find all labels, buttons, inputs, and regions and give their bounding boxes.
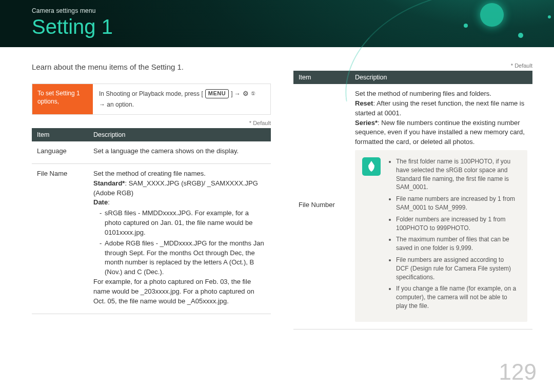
list-item: Adobe RGB files - _MDDxxxx.JPG for the m…	[100, 239, 266, 277]
cell-item: File Name	[32, 163, 88, 314]
gear-icon: ⚙	[243, 89, 249, 98]
decorative-dot	[518, 33, 523, 38]
option-text: :	[108, 198, 110, 206]
table-row: Language Set a language the camera shows…	[32, 141, 271, 163]
desc-line: Set the method of numbering files and fo…	[355, 89, 527, 99]
desc-line: Series*: New file numbers continue the e…	[355, 118, 527, 148]
settings-table-right: Item Description File Number Set the met…	[293, 71, 532, 329]
desc-line: Set the method of creating file names.	[93, 169, 266, 179]
intro-text: Learn about the menu items of the Settin…	[32, 63, 271, 71]
default-footnote: * Default	[293, 63, 532, 69]
list-item: Folder numbers are increased by 1 from 1…	[396, 215, 518, 233]
decorative-dot	[464, 24, 468, 28]
table-row: File Number Set the method of numbering …	[293, 84, 532, 329]
option-name: Standard*	[93, 179, 125, 187]
option-text: : After using the reset function, the ne…	[355, 99, 524, 117]
option-name: Reset	[355, 99, 373, 107]
instruction-text: ] →	[231, 90, 241, 98]
col-header-item: Item	[32, 128, 88, 141]
desc-line: Date:	[93, 198, 266, 208]
header-banner: Camera settings menu Setting 1	[0, 0, 554, 47]
option-text: : New file numbers continue the existing…	[355, 119, 525, 146]
right-column: * Default Item Description File Number S…	[293, 63, 532, 329]
option-name: Series*	[355, 119, 378, 127]
content-area: Learn about the menu items of the Settin…	[0, 47, 554, 329]
gear-sub: ①	[251, 90, 255, 97]
instruction-text: In Shooting or Playback mode, press [	[99, 90, 203, 98]
instruction-label: To set Setting 1 options,	[32, 84, 93, 114]
cell-description: Set the method of numbering files and fo…	[350, 84, 532, 329]
list-item: sRGB files - MMDDxxxx.JPG. For example, …	[100, 209, 266, 238]
decorative-dot	[480, 3, 504, 27]
desc-line: Standard*: SAM_XXXX.JPG (sRGB)/ _SAMXXXX…	[93, 179, 266, 198]
page-number: 129	[499, 359, 537, 385]
col-header-item: Item	[293, 71, 350, 84]
note-list: The first folder name is 100PHOTO, if yo…	[388, 157, 518, 314]
page: Camera settings menu Setting 1 Learn abo…	[0, 0, 554, 392]
left-column: Learn about the menu items of the Settin…	[32, 63, 271, 329]
list-item: File numbers are assigned according to D…	[396, 256, 518, 281]
instruction-text: → an option.	[99, 100, 134, 109]
table-row: File Name Set the method of creating fil…	[32, 163, 271, 314]
instruction-box: To set Setting 1 options, In Shooting or…	[32, 84, 271, 115]
breadcrumb: Camera settings menu	[32, 7, 554, 14]
list-item: If you change a file name (for example, …	[396, 284, 518, 310]
list-item: The maximum number of files that can be …	[396, 235, 518, 253]
desc-line: Reset: After using the reset function, t…	[355, 99, 527, 118]
desc-line: For example, for a photo captured on Feb…	[93, 277, 266, 306]
list-item: File name numbers are increased by 1 fro…	[396, 195, 518, 212]
col-header-description: Description	[350, 71, 532, 84]
bullet-list: sRGB files - MMDDxxxx.JPG. For example, …	[93, 209, 266, 277]
cell-item: Language	[32, 141, 88, 163]
instruction-body: In Shooting or Playback mode, press [ ME…	[93, 84, 270, 114]
menu-button-icon: MENU	[205, 89, 229, 98]
settings-table-left: Item Description Language Set a language…	[32, 128, 271, 314]
option-name: Date	[93, 198, 108, 206]
list-item: The first folder name is 100PHOTO, if yo…	[396, 157, 518, 192]
note-box: The first folder name is 100PHOTO, if yo…	[355, 150, 527, 322]
decorative-dot	[548, 15, 551, 18]
pen-icon	[362, 157, 381, 176]
page-title: Setting 1	[32, 15, 554, 38]
cell-item: File Number	[293, 84, 350, 329]
default-footnote: * Default	[32, 120, 271, 126]
col-header-description: Description	[88, 128, 271, 141]
cell-description: Set the method of creating file names. S…	[88, 163, 271, 314]
cell-description: Set a language the camera shows on the d…	[88, 141, 271, 163]
